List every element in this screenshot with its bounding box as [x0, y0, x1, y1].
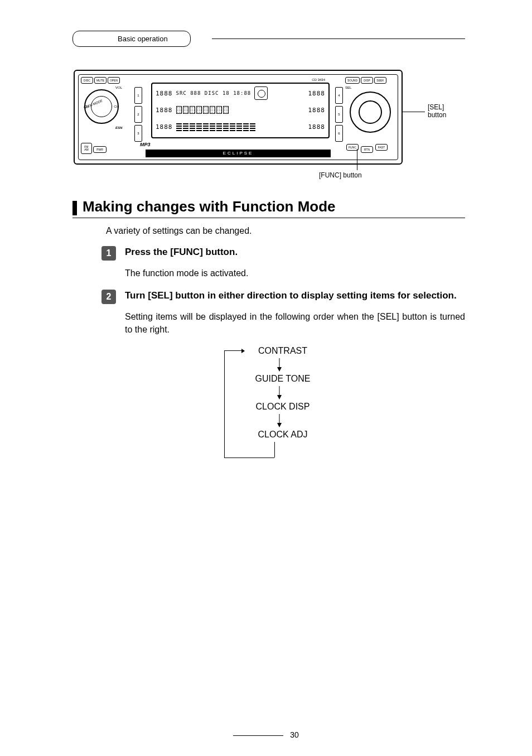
header-rule	[212, 38, 465, 39]
preset-4: 4	[335, 87, 343, 104]
screen-row-1: 1888 SRC 888 DISC 18 18:88 1888	[156, 86, 325, 100]
callout-sel-label: [SEL] button	[428, 103, 446, 119]
section-title-wrap: Making changes with Function Mode	[72, 198, 465, 218]
fast-button: FAST	[375, 144, 388, 151]
header-tab-wrap: Basic operation	[72, 31, 465, 47]
lcd-screen: CD 3434 1888 SRC 888 DISC 18 18:88 1888 …	[151, 83, 330, 138]
mute-button: MUTE	[94, 77, 107, 84]
page-number: 30	[290, 730, 299, 739]
step-1: 1 Press the [FUNC] button.	[101, 246, 465, 261]
seek-button: SEEK	[374, 77, 386, 84]
preset-col-left: 1 2 3	[134, 87, 142, 144]
step-1-instruction: Press the [FUNC] button.	[125, 246, 238, 259]
callout-sel-line	[403, 112, 425, 112]
vol-label: VOL	[115, 86, 122, 89]
right-panel: SOUND DISP SEEK SEL FUNC RTN FAST	[345, 77, 395, 160]
sel-dial	[350, 92, 391, 133]
model-label: CD 3434	[312, 78, 325, 81]
svg-marker-5	[277, 423, 282, 427]
head-unit: DISC MUTE OPEN VOL CH CH SEEK-MODE ESN F…	[74, 70, 403, 165]
dot-grid	[176, 106, 229, 114]
flow-arrow-1	[277, 358, 278, 372]
page-number-rule	[233, 735, 283, 736]
step-2-badge: 2	[101, 290, 116, 304]
device-diagram: DISC MUTE OPEN VOL CH CH SEEK-MODE ESN F…	[74, 70, 464, 181]
flow-item-contrast: CONTRAST	[241, 346, 325, 356]
flow-loop-line	[224, 350, 225, 458]
step-1-badge: 1	[101, 246, 116, 261]
title-bar-icon	[72, 201, 77, 215]
rtn-button: RTN	[361, 146, 373, 153]
seg-r2-l: 1888	[156, 107, 173, 114]
svg-marker-1	[277, 367, 282, 372]
head-unit-inner: DISC MUTE OPEN VOL CH CH SEEK-MODE ESN F…	[78, 74, 398, 160]
ch-right-label: CH	[114, 105, 119, 108]
screen-row-3: 1888 1888	[156, 119, 325, 134]
preset-5: 5	[335, 106, 343, 123]
preset-1: 1	[134, 87, 142, 104]
callout-func-line-v	[357, 149, 357, 170]
header-tab: Basic operation	[72, 31, 191, 47]
seg-r2-r: 1888	[308, 107, 326, 114]
flow-tail	[274, 442, 275, 458]
open-button: OPEN	[108, 77, 120, 84]
esn-label: ESN	[115, 126, 122, 129]
seg-r3-r: 1888	[308, 123, 326, 131]
callout-func-label: [FUNC] button	[319, 171, 362, 179]
seg-r1-r: 1888	[308, 90, 326, 97]
pwr-button: PWR	[93, 146, 107, 153]
flow-diagram: CONTRAST GUIDE TONE CLOCK DISP CLOCK ADJ	[72, 346, 465, 463]
preset-2: 2	[134, 106, 142, 123]
flow-item-guide-tone: GUIDE TONE	[241, 374, 325, 384]
flow-item-clock-adj: CLOCK ADJ	[241, 430, 325, 440]
fm-am-button: FM AM	[81, 143, 92, 154]
sun-icon	[254, 86, 268, 100]
seg-r3-l: 1888	[156, 123, 173, 131]
intro-text: A variety of settings can be changed.	[106, 226, 465, 236]
seg-r1-mid: SRC 888 DISC 18 18:88	[176, 90, 252, 96]
header-tab-label: Basic operation	[118, 35, 168, 43]
preset-6: 6	[335, 125, 343, 142]
sound-button: SOUND	[345, 77, 360, 84]
spectrum-bars	[176, 122, 255, 131]
preset-col-right: 4 5 6	[335, 87, 343, 144]
sel-label: SEL	[345, 86, 351, 89]
disc-button: DISC	[81, 77, 93, 84]
left-panel: DISC MUTE OPEN VOL CH CH SEEK-MODE ESN F…	[81, 77, 131, 160]
brand-bar: ECLIPSE	[146, 150, 331, 157]
step-2-detail: Setting items will be displayed in the f…	[125, 311, 465, 336]
step-1-detail: The function mode is activated.	[125, 267, 465, 280]
seg-r1-l: 1888	[156, 90, 173, 97]
page-number-wrap: 30	[0, 730, 532, 739]
svg-marker-3	[277, 395, 282, 399]
step-2: 2 Turn [SEL] button in either direction …	[101, 290, 465, 304]
flow-item-clock-disp: CLOCK DISP	[241, 402, 325, 412]
preset-3: 3	[134, 125, 142, 142]
brand-label: ECLIPSE	[223, 151, 254, 156]
flow-arrow-2	[277, 386, 278, 399]
disp-button: DISP	[361, 77, 373, 84]
flow-loop-bottom	[224, 458, 274, 458]
step-2-instruction: Turn [SEL] button in either direction to…	[125, 290, 457, 302]
section-title: Making changes with Function Mode	[83, 198, 336, 215]
screen-row-2: 1888 1888	[156, 103, 325, 117]
flow-arrow-3	[277, 414, 278, 427]
